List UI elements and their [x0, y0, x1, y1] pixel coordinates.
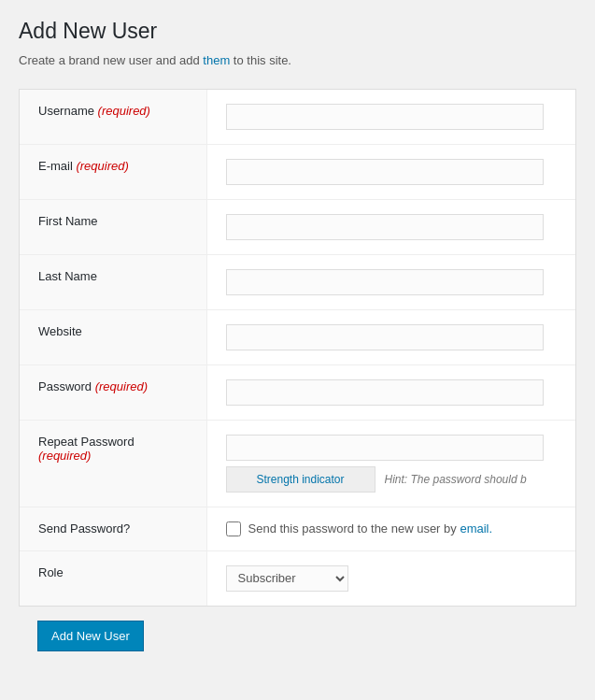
username-label-cell: Username (required)	[20, 90, 206, 145]
password-label-text: Password	[38, 379, 95, 393]
email-row: E-mail (required)	[20, 144, 575, 199]
last-name-row: Last Name	[20, 254, 575, 309]
username-label-text: Username	[38, 104, 98, 118]
send-password-label-cell: Send Password?	[20, 507, 206, 550]
email-label: E-mail (required)	[38, 159, 129, 173]
strength-row: Strength indicator Hint: The password sh…	[226, 466, 558, 493]
role-label: Role	[38, 565, 64, 579]
description-link[interactable]: them	[203, 53, 230, 67]
repeat-password-section: Strength indicator Hint: The password sh…	[226, 435, 558, 493]
website-field-cell	[206, 309, 575, 364]
email-input[interactable]	[226, 159, 544, 185]
last-name-field-cell	[206, 254, 575, 309]
password-field-cell	[206, 364, 575, 420]
send-password-label-text: Send this password to the new user by	[248, 521, 460, 536]
username-field-cell	[206, 90, 575, 145]
send-password-checkbox-label: Send this password to the new user by em…	[248, 521, 493, 536]
send-password-field-cell: Send this password to the new user by em…	[206, 507, 575, 550]
form-table: Username (required) E-mail (required)	[20, 90, 575, 606]
username-row: Username (required)	[20, 90, 575, 145]
website-label: Website	[38, 324, 82, 338]
page-wrapper: Add New User Create a brand new user and…	[0, 0, 595, 700]
username-input[interactable]	[226, 104, 544, 130]
repeat-password-label-cell: Repeat Password (required)	[20, 420, 206, 507]
password-row: Password (required)	[20, 364, 575, 420]
email-label-cell: E-mail (required)	[20, 144, 206, 199]
email-required: (required)	[76, 159, 128, 173]
strength-hint-text: Hint: The password should b	[385, 473, 527, 486]
role-field-cell: Subscriber Contributor Author Editor Adm…	[206, 550, 575, 606]
send-password-email-link[interactable]: email.	[460, 521, 492, 536]
page-title: Add New User	[19, 19, 576, 44]
email-field-cell	[206, 144, 575, 199]
website-label-cell: Website	[20, 309, 206, 364]
last-name-input[interactable]	[226, 269, 544, 295]
website-row: Website	[20, 309, 575, 364]
add-user-button[interactable]: Add New User	[37, 621, 144, 652]
first-name-input[interactable]	[226, 214, 544, 240]
password-required: (required)	[95, 379, 148, 393]
first-name-field-cell	[206, 199, 575, 254]
strength-hint: Hint: The password should b	[385, 473, 527, 486]
repeat-password-field-cell: Strength indicator Hint: The password sh…	[206, 420, 575, 507]
strength-indicator: Strength indicator	[226, 466, 375, 493]
form-container: Username (required) E-mail (required)	[19, 89, 576, 607]
description-text-after: to this site.	[230, 53, 291, 67]
send-password-wrapper: Send this password to the new user by em…	[226, 521, 558, 536]
send-password-row: Send Password? Send this password to the…	[20, 507, 575, 550]
role-label-cell: Role	[20, 550, 206, 606]
repeat-password-input[interactable]	[226, 435, 544, 461]
role-row: Role Subscriber Contributor Author Edito…	[20, 550, 575, 606]
website-input[interactable]	[226, 324, 544, 350]
first-name-row: First Name	[20, 199, 575, 254]
first-name-label-cell: First Name	[20, 199, 206, 254]
repeat-password-required: (required)	[38, 449, 91, 463]
password-label: Password (required)	[38, 379, 148, 393]
username-label: Username (required)	[38, 104, 150, 118]
send-password-label: Send Password?	[38, 521, 130, 536]
password-label-cell: Password (required)	[20, 364, 206, 420]
first-name-label: First Name	[38, 214, 98, 228]
description-text-before: Create a brand new user and add	[19, 53, 203, 67]
last-name-label-cell: Last Name	[20, 254, 206, 309]
send-password-checkbox[interactable]	[226, 521, 241, 536]
submit-row: Add New User	[19, 607, 576, 666]
page-description: Create a brand new user and add them to …	[19, 51, 576, 70]
repeat-password-row: Repeat Password (required) Strength indi…	[20, 420, 575, 507]
role-select[interactable]: Subscriber Contributor Author Editor Adm…	[226, 565, 348, 592]
password-input[interactable]	[226, 379, 544, 406]
repeat-password-label: Repeat Password (required)	[38, 435, 135, 463]
repeat-password-label-text: Repeat Password	[38, 435, 135, 449]
email-label-text: E-mail	[38, 159, 76, 173]
last-name-label: Last Name	[38, 269, 97, 283]
username-required: (required)	[98, 104, 150, 118]
